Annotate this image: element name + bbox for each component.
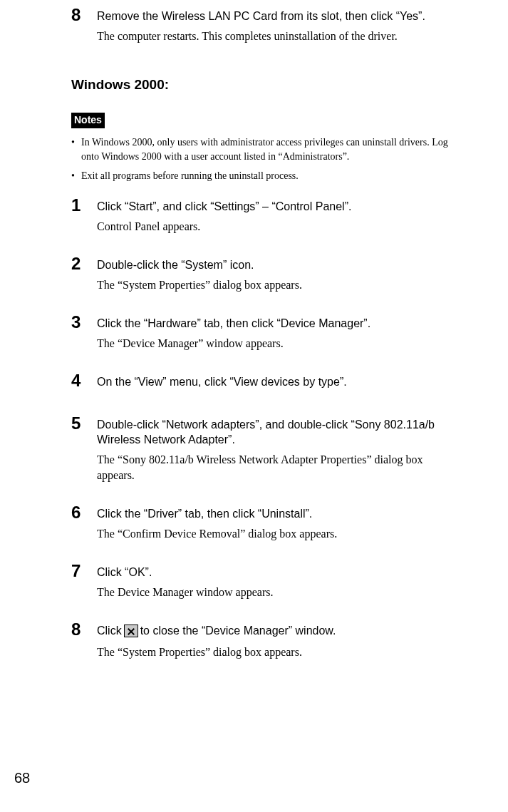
step-item: 3 Click the “Hardware” tab, then click “…	[71, 313, 458, 351]
bullet-dot: •	[71, 135, 81, 163]
step-result: The “Confirm Device Removal” dialog box …	[97, 526, 458, 542]
step-result: The “System Properties” dialog box appea…	[97, 644, 458, 660]
step-result: The “Device Manager” window appears.	[97, 336, 458, 351]
note-text: In Windows 2000, only users with adminis…	[81, 135, 458, 163]
step-action: Click the “Driver” tab, then click “Unin…	[97, 506, 458, 522]
step-action: Remove the Wireless LAN PC Card from its…	[97, 9, 458, 24]
step-action: Click “Start”, and click “Settings” – “C…	[97, 199, 458, 215]
step-action: Double-click the “System” icon.	[97, 257, 458, 273]
step-body: Click “OK”. The Device Manager window ap…	[97, 562, 458, 600]
note-item: • In Windows 2000, only users with admin…	[71, 135, 458, 163]
step-number: 2	[71, 255, 97, 273]
step-result: The “System Properties” dialog box appea…	[97, 277, 458, 293]
step-item: 8 Click to close the “Device Manager” wi…	[71, 620, 458, 660]
step-item: 4 On the “View” menu, click “View device…	[71, 371, 458, 394]
page-number: 68	[14, 768, 30, 788]
step-number: 6	[71, 503, 97, 522]
step-result: The computer restarts. This completes un…	[97, 29, 458, 44]
step-number: 1	[71, 196, 97, 215]
section-heading: Windows 2000:	[71, 76, 458, 95]
step-body: Click the “Driver” tab, then click “Unin…	[97, 503, 458, 542]
step-body: Double-click “Network adapters”, and dou…	[97, 414, 458, 484]
step-result: The Device Manager window appears.	[97, 585, 458, 600]
step-item: 6 Click the “Driver” tab, then click “Un…	[71, 503, 458, 542]
bullet-dot: •	[71, 169, 81, 183]
step-item: 2 Double-click the “System” icon. The “S…	[71, 255, 458, 293]
step-action: Click the “Hardware” tab, then click “De…	[97, 316, 458, 332]
step-action: Click to close the “Device Manager” wind…	[97, 623, 458, 639]
step-action: Double-click “Network adapters”, and dou…	[97, 417, 458, 448]
step-result: Control Panel appears.	[97, 219, 458, 235]
step-number: 8	[71, 6, 97, 24]
step-body: Double-click the “System” icon. The “Sys…	[97, 255, 458, 293]
notes-label: Notes	[71, 113, 105, 129]
step-result: The “Sony 802.11a/b Wireless Network Ada…	[97, 452, 458, 484]
step-number: 4	[71, 371, 97, 390]
step-item: 7 Click “OK”. The Device Manager window …	[71, 562, 458, 600]
step-item: 1 Click “Start”, and click “Settings” – …	[71, 196, 458, 235]
step-action: Click “OK”.	[97, 565, 458, 580]
step-number: 7	[71, 562, 97, 580]
note-text: Exit all programs before running the uni…	[81, 169, 458, 183]
step-body: On the “View” menu, click “View devices …	[97, 371, 458, 394]
step-body: Click “Start”, and click “Settings” – “C…	[97, 196, 458, 235]
step-number: 8	[71, 620, 97, 639]
close-icon	[124, 625, 138, 637]
step-action-post: to close the “Device Manager” window.	[140, 623, 336, 639]
step-action-pre: Click	[97, 623, 122, 639]
steps-list: 1 Click “Start”, and click “Settings” – …	[71, 196, 458, 660]
step-body: Click to close the “Device Manager” wind…	[97, 620, 458, 660]
step-body: Click the “Hardware” tab, then click “De…	[97, 313, 458, 351]
intro-step: 8 Remove the Wireless LAN PC Card from i…	[71, 6, 458, 44]
note-item: • Exit all programs before running the u…	[71, 169, 458, 183]
step-number: 5	[71, 414, 97, 433]
step-item: 5 Double-click “Network adapters”, and d…	[71, 414, 458, 484]
step-number: 3	[71, 313, 97, 332]
step-body: Remove the Wireless LAN PC Card from its…	[97, 6, 458, 44]
step-action: On the “View” menu, click “View devices …	[97, 374, 458, 390]
